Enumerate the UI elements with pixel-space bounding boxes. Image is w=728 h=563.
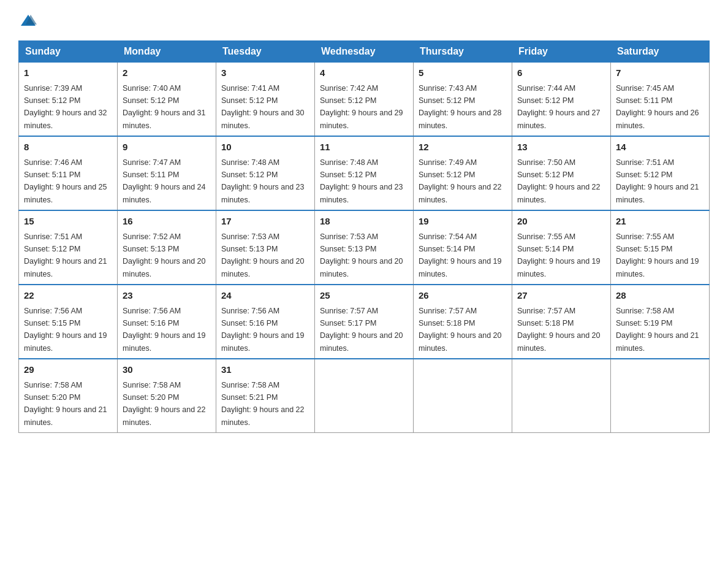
day-info: Sunrise: 7:50 AMSunset: 5:12 PMDaylight:… <box>517 158 601 204</box>
calendar-cell: 9 Sunrise: 7:47 AMSunset: 5:11 PMDayligh… <box>118 136 216 210</box>
day-info: Sunrise: 7:53 AMSunset: 5:13 PMDaylight:… <box>221 232 305 278</box>
day-info: Sunrise: 7:55 AMSunset: 5:14 PMDaylight:… <box>517 232 601 278</box>
day-number: 6 <box>517 66 605 80</box>
calendar-week-row: 8 Sunrise: 7:46 AMSunset: 5:11 PMDayligh… <box>19 136 710 210</box>
calendar-cell: 25 Sunrise: 7:57 AMSunset: 5:17 PMDaylig… <box>315 285 414 359</box>
calendar-cell: 11 Sunrise: 7:48 AMSunset: 5:12 PMDaylig… <box>315 136 414 210</box>
calendar-cell: 29 Sunrise: 7:58 AMSunset: 5:20 PMDaylig… <box>19 359 118 433</box>
day-number: 26 <box>419 289 507 303</box>
calendar-cell: 21 Sunrise: 7:55 AMSunset: 5:15 PMDaylig… <box>611 210 710 285</box>
day-number: 23 <box>123 289 211 303</box>
day-number: 21 <box>616 215 704 229</box>
calendar-cell: 18 Sunrise: 7:53 AMSunset: 5:13 PMDaylig… <box>315 210 414 285</box>
day-info: Sunrise: 7:57 AMSunset: 5:18 PMDaylight:… <box>419 307 502 353</box>
day-number: 19 <box>419 215 507 229</box>
day-number: 15 <box>24 215 112 229</box>
day-info: Sunrise: 7:56 AMSunset: 5:16 PMDaylight:… <box>123 307 206 353</box>
header-sunday: Sunday <box>19 41 118 63</box>
calendar-cell: 12 Sunrise: 7:49 AMSunset: 5:12 PMDaylig… <box>414 136 512 210</box>
day-number: 5 <box>419 66 507 80</box>
calendar-cell: 3 Sunrise: 7:41 AMSunset: 5:12 PMDayligh… <box>216 63 315 137</box>
calendar-week-row: 1 Sunrise: 7:39 AMSunset: 5:12 PMDayligh… <box>19 63 710 137</box>
day-number: 2 <box>123 66 211 80</box>
header-wednesday: Wednesday <box>315 41 414 63</box>
calendar-cell: 7 Sunrise: 7:45 AMSunset: 5:11 PMDayligh… <box>611 63 710 137</box>
day-info: Sunrise: 7:48 AMSunset: 5:12 PMDaylight:… <box>320 158 403 204</box>
day-info: Sunrise: 7:54 AMSunset: 5:14 PMDaylight:… <box>419 232 502 278</box>
day-info: Sunrise: 7:51 AMSunset: 5:12 PMDaylight:… <box>24 232 107 278</box>
calendar-cell: 8 Sunrise: 7:46 AMSunset: 5:11 PMDayligh… <box>19 136 118 210</box>
calendar-header-row: Sunday Monday Tuesday Wednesday Thursday… <box>19 41 710 63</box>
day-number: 28 <box>616 289 704 303</box>
header-monday: Monday <box>118 41 216 63</box>
day-info: Sunrise: 7:41 AMSunset: 5:12 PMDaylight:… <box>221 84 305 130</box>
day-info: Sunrise: 7:58 AMSunset: 5:21 PMDaylight:… <box>221 381 305 427</box>
calendar-cell: 5 Sunrise: 7:43 AMSunset: 5:12 PMDayligh… <box>414 63 512 137</box>
calendar-week-row: 15 Sunrise: 7:51 AMSunset: 5:12 PMDaylig… <box>19 210 710 285</box>
day-number: 12 <box>419 140 507 155</box>
calendar-cell <box>611 359 710 433</box>
day-info: Sunrise: 7:46 AMSunset: 5:11 PMDaylight:… <box>24 158 107 204</box>
day-number: 22 <box>24 289 112 303</box>
day-info: Sunrise: 7:48 AMSunset: 5:12 PMDaylight:… <box>221 158 305 204</box>
calendar-cell: 13 Sunrise: 7:50 AMSunset: 5:12 PMDaylig… <box>512 136 611 210</box>
day-info: Sunrise: 7:43 AMSunset: 5:12 PMDaylight:… <box>419 84 502 130</box>
calendar-cell: 17 Sunrise: 7:53 AMSunset: 5:13 PMDaylig… <box>216 210 315 285</box>
calendar-table: Sunday Monday Tuesday Wednesday Thursday… <box>18 40 710 433</box>
header-thursday: Thursday <box>414 41 512 63</box>
calendar-cell: 10 Sunrise: 7:48 AMSunset: 5:12 PMDaylig… <box>216 136 315 210</box>
calendar-cell: 15 Sunrise: 7:51 AMSunset: 5:12 PMDaylig… <box>19 210 118 285</box>
day-info: Sunrise: 7:39 AMSunset: 5:12 PMDaylight:… <box>24 84 107 130</box>
day-number: 14 <box>616 140 704 155</box>
day-info: Sunrise: 7:45 AMSunset: 5:11 PMDaylight:… <box>616 84 699 130</box>
day-number: 27 <box>517 289 605 303</box>
calendar-cell: 23 Sunrise: 7:56 AMSunset: 5:16 PMDaylig… <box>118 285 216 359</box>
day-info: Sunrise: 7:40 AMSunset: 5:12 PMDaylight:… <box>123 84 206 130</box>
calendar-cell <box>512 359 611 433</box>
day-info: Sunrise: 7:57 AMSunset: 5:18 PMDaylight:… <box>517 307 601 353</box>
day-info: Sunrise: 7:44 AMSunset: 5:12 PMDaylight:… <box>517 84 601 130</box>
day-number: 16 <box>123 215 211 229</box>
day-info: Sunrise: 7:58 AMSunset: 5:20 PMDaylight:… <box>24 381 107 427</box>
day-number: 9 <box>123 140 211 155</box>
header-saturday: Saturday <box>611 41 710 63</box>
day-number: 24 <box>221 289 309 303</box>
day-number: 18 <box>320 215 408 229</box>
calendar-cell: 28 Sunrise: 7:58 AMSunset: 5:19 PMDaylig… <box>611 285 710 359</box>
day-info: Sunrise: 7:56 AMSunset: 5:16 PMDaylight:… <box>221 307 305 353</box>
calendar-cell: 19 Sunrise: 7:54 AMSunset: 5:14 PMDaylig… <box>414 210 512 285</box>
calendar-cell: 27 Sunrise: 7:57 AMSunset: 5:18 PMDaylig… <box>512 285 611 359</box>
day-number: 4 <box>320 66 408 80</box>
day-number: 10 <box>221 140 309 155</box>
day-info: Sunrise: 7:55 AMSunset: 5:15 PMDaylight:… <box>616 232 699 278</box>
calendar-cell: 14 Sunrise: 7:51 AMSunset: 5:12 PMDaylig… <box>611 136 710 210</box>
day-number: 30 <box>123 363 211 377</box>
day-info: Sunrise: 7:56 AMSunset: 5:15 PMDaylight:… <box>24 307 107 353</box>
day-info: Sunrise: 7:42 AMSunset: 5:12 PMDaylight:… <box>320 84 403 130</box>
header-friday: Friday <box>512 41 611 63</box>
page-header <box>18 12 710 29</box>
day-number: 1 <box>24 66 112 80</box>
calendar-cell <box>315 359 414 433</box>
logo-icon <box>20 12 37 29</box>
calendar-cell: 6 Sunrise: 7:44 AMSunset: 5:12 PMDayligh… <box>512 63 611 137</box>
calendar-cell <box>414 359 512 433</box>
day-number: 13 <box>517 140 605 155</box>
day-number: 29 <box>24 363 112 377</box>
day-number: 31 <box>221 363 309 377</box>
calendar-cell: 1 Sunrise: 7:39 AMSunset: 5:12 PMDayligh… <box>19 63 118 137</box>
calendar-cell: 20 Sunrise: 7:55 AMSunset: 5:14 PMDaylig… <box>512 210 611 285</box>
day-number: 20 <box>517 215 605 229</box>
day-info: Sunrise: 7:49 AMSunset: 5:12 PMDaylight:… <box>419 158 502 204</box>
day-number: 25 <box>320 289 408 303</box>
day-info: Sunrise: 7:58 AMSunset: 5:20 PMDaylight:… <box>123 381 206 427</box>
calendar-cell: 22 Sunrise: 7:56 AMSunset: 5:15 PMDaylig… <box>19 285 118 359</box>
day-number: 7 <box>616 66 704 80</box>
day-info: Sunrise: 7:52 AMSunset: 5:13 PMDaylight:… <box>123 232 206 278</box>
day-info: Sunrise: 7:57 AMSunset: 5:17 PMDaylight:… <box>320 307 403 353</box>
calendar-cell: 24 Sunrise: 7:56 AMSunset: 5:16 PMDaylig… <box>216 285 315 359</box>
day-info: Sunrise: 7:53 AMSunset: 5:13 PMDaylight:… <box>320 232 403 278</box>
day-info: Sunrise: 7:47 AMSunset: 5:11 PMDaylight:… <box>123 158 206 204</box>
day-number: 3 <box>221 66 309 80</box>
calendar-cell: 2 Sunrise: 7:40 AMSunset: 5:12 PMDayligh… <box>118 63 216 137</box>
